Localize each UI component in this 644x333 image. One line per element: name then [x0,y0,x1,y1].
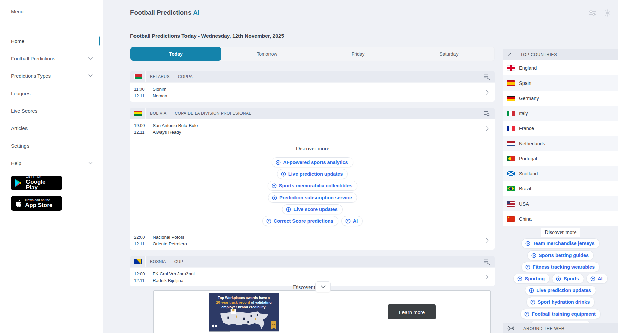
google-play-badge[interactable]: GET IT ON Google Play [11,176,62,190]
sidebar-item-leagues[interactable]: Leagues [0,85,103,102]
chevron-right-icon [486,126,489,131]
chevron-down-icon [88,162,93,164]
left-sidebar: Menu Home Football Predictions Predictio… [0,0,103,333]
standings-search-icon[interactable] [484,111,490,116]
date-heading: Football Predictions Today - Wednesday, … [130,33,495,39]
chevron-down-icon [88,74,93,77]
sidebar-item-predictions-types[interactable]: Predictions Types [0,67,103,85]
discover-pill[interactable]: Live prediction updates [277,169,348,179]
discover-pill[interactable]: Sports memorabilia collectibles [268,181,357,191]
league-name: CUP [174,259,183,264]
flag-icon [507,216,515,222]
flag-icon [507,96,515,101]
flag-icon [507,171,515,176]
country-row-spain[interactable]: Spain [503,75,618,91]
flag-icon [507,80,515,86]
discover-pill[interactable]: Live score updates [282,204,342,214]
discover-pill[interactable]: Prediction subscription service [268,192,357,203]
discover-pill[interactable]: Sports betting guides [527,250,594,260]
league-section-bolivia: BOLIVIA COPA DE LA DIVISIÓN PROFESIONAL … [130,108,495,250]
country-row-china[interactable]: China [503,211,618,226]
top-countries-title: TOP COUNTRIES [520,52,557,57]
app-store-badge[interactable]: Download on the App Store [11,196,62,211]
flag-icon [134,111,142,116]
tab-saturday[interactable]: Saturday [404,47,494,61]
home-team: San Antonio Bulo Bulo [153,123,198,128]
discover-pill[interactable]: Sport hydration drinks [526,297,595,307]
discover-pill[interactable]: Football training equipment [520,309,601,319]
country-row-germany[interactable]: Germany [503,91,618,106]
right-sidebar: TOP COUNTRIES England Spain Germany Ital… [503,49,618,331]
discover-pill[interactable]: AI-powered sports analytics [272,157,353,167]
sidebar-item-home[interactable]: Home [0,32,103,50]
match-time: 19:00 [134,123,149,128]
country-row-brazil[interactable]: Brazil [503,181,618,196]
sidebar-item-live-scores[interactable]: Live Scores [0,102,103,119]
tab-friday[interactable]: Friday [313,47,404,61]
sidebar-item-settings[interactable]: Settings [0,137,103,154]
discover-pill[interactable]: Sporting [513,274,550,284]
tab-tomorrow[interactable]: Tomorrow [221,47,312,61]
interest-arrow-icon [590,276,595,281]
match-row[interactable]: 12:00 12.11 FK Crni Vrh Jaružani Radnik … [130,267,495,286]
country-row-italy[interactable]: Italy [503,106,618,121]
around-the-web-header: AROUND THE WEB [503,323,618,333]
learn-more-button[interactable]: Learn more [388,304,436,319]
flag-icon [507,65,515,71]
away-team: Radnik Bijeljina [153,278,195,283]
discover-pill[interactable]: AI [586,274,608,284]
flag-icon [507,156,515,161]
mute-button[interactable] [211,323,218,329]
interest-arrow-icon [556,276,561,281]
main-column: Football Predictions Today - Wednesday, … [130,0,495,286]
country-row-usa[interactable]: USA [503,196,618,211]
league-header[interactable]: BELARUS COPPA [130,71,495,82]
sidebar-item-football-predictions[interactable]: Football Predictions [0,50,103,67]
match-row[interactable]: 11:00 12.11 Slonim Neman [130,82,495,102]
league-name: COPA DE LA DIVISIÓN PROFESIONAL [175,111,251,116]
award-ribbon: TOP [271,321,276,330]
sidebar-item-help[interactable]: Help [0,154,103,172]
country-row-scotland[interactable]: Scotland [503,166,618,181]
standings-search-icon[interactable] [484,259,490,265]
badge-tagline: GET IT ON [26,175,58,178]
league-header[interactable]: BOLIVIA COPA DE LA DIVISIÓN PROFESIONAL [130,108,495,119]
match-row[interactable]: 22:00 12.11 Nacional Potosí Oriente Petr… [130,231,495,250]
country-row-england[interactable]: England [503,60,618,75]
broadcast-icon [507,326,515,331]
match-row[interactable]: 19:00 12.11 San Antonio Bulo Bulo Always… [130,119,495,138]
discover-pill[interactable]: Team merchandise jerseys [521,238,599,248]
discover-pill[interactable]: Fitness tracking wearables [521,262,600,272]
away-team: Always Ready [153,130,198,135]
home-team: FK Crni Vrh Jaružani [153,271,195,276]
discover-pill[interactable]: Correct Score predictions [262,216,338,226]
collapse-discover-button[interactable] [315,281,331,292]
sliders-icon[interactable] [589,10,596,16]
ad-banner[interactable]: Top Workplaces awards have a 20-year tra… [153,290,491,333]
sun-icon[interactable] [604,9,611,17]
header-icons [589,9,611,17]
league-country: BOSNIA [150,259,166,264]
store-badges: GET IT ON Google Play Download on the Ap… [11,176,103,211]
tab-today[interactable]: Today [130,47,221,61]
interest-arrow-icon [266,219,271,224]
top-countries-header: TOP COUNTRIES [503,49,618,60]
interest-arrow-icon [530,300,535,305]
day-tabs: Today Tomorrow Friday Saturday [130,47,495,61]
active-indicator [99,37,100,46]
league-section-bosnia: BOSNIA CUP 12:00 12.11 FK Crni Vrh Jaruž… [130,256,495,286]
ad-creative[interactable]: Top Workplaces awards have a 20-year tra… [209,293,279,332]
discover-pill[interactable]: Live prediction updates [525,285,596,295]
discover-pill[interactable]: Sports [552,274,584,284]
match-time: 12:00 [134,271,149,276]
discover-more-block: Discover more AI-powered sports analytic… [130,138,495,231]
discover-pill[interactable]: AI [341,216,363,226]
country-row-portugal[interactable]: Portugal [503,151,618,166]
league-country: BOLIVIA [150,111,167,116]
interest-arrow-icon [517,276,522,281]
country-row-netherlands[interactable]: Netherlands [503,136,618,151]
country-row-france[interactable]: France [503,121,618,136]
league-header[interactable]: BOSNIA CUP [130,256,495,267]
standings-search-icon[interactable] [484,74,490,80]
sidebar-item-articles[interactable]: Articles [0,119,103,137]
